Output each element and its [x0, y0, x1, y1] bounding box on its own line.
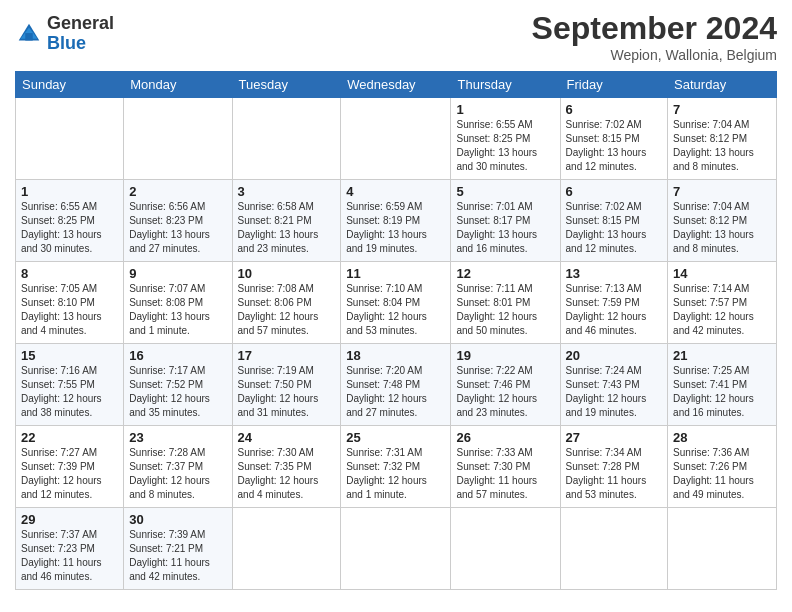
calendar-cell	[451, 508, 560, 590]
calendar-cell: 1Sunrise: 6:55 AMSunset: 8:25 PMDaylight…	[451, 98, 560, 180]
day-number: 19	[456, 348, 554, 363]
calendar-cell	[341, 98, 451, 180]
calendar-cell: 12Sunrise: 7:11 AMSunset: 8:01 PMDayligh…	[451, 262, 560, 344]
logo-icon	[15, 20, 43, 48]
calendar-cell	[232, 508, 341, 590]
calendar-cell: 3Sunrise: 6:58 AMSunset: 8:21 PMDaylight…	[232, 180, 341, 262]
day-number: 1	[456, 102, 554, 117]
day-detail: Sunrise: 7:27 AMSunset: 7:39 PMDaylight:…	[21, 446, 118, 502]
calendar-cell: 14Sunrise: 7:14 AMSunset: 7:57 PMDayligh…	[668, 262, 777, 344]
calendar-cell	[124, 98, 232, 180]
month-title: September 2024	[532, 10, 777, 47]
day-number: 20	[566, 348, 663, 363]
calendar-cell: 28Sunrise: 7:36 AMSunset: 7:26 PMDayligh…	[668, 426, 777, 508]
day-detail: Sunrise: 7:14 AMSunset: 7:57 PMDaylight:…	[673, 282, 771, 338]
col-thursday: Thursday	[451, 72, 560, 98]
col-tuesday: Tuesday	[232, 72, 341, 98]
calendar-cell: 16Sunrise: 7:17 AMSunset: 7:52 PMDayligh…	[124, 344, 232, 426]
day-detail: Sunrise: 7:13 AMSunset: 7:59 PMDaylight:…	[566, 282, 663, 338]
day-detail: Sunrise: 7:20 AMSunset: 7:48 PMDaylight:…	[346, 364, 445, 420]
location: Wepion, Wallonia, Belgium	[532, 47, 777, 63]
svg-rect-2	[25, 33, 32, 40]
day-detail: Sunrise: 7:08 AMSunset: 8:06 PMDaylight:…	[238, 282, 336, 338]
day-number: 7	[673, 102, 771, 117]
day-number: 5	[456, 184, 554, 199]
day-detail: Sunrise: 6:55 AMSunset: 8:25 PMDaylight:…	[456, 118, 554, 174]
day-number: 2	[129, 184, 226, 199]
day-number: 8	[21, 266, 118, 281]
col-sunday: Sunday	[16, 72, 124, 98]
day-number: 28	[673, 430, 771, 445]
day-detail: Sunrise: 7:04 AMSunset: 8:12 PMDaylight:…	[673, 200, 771, 256]
logo-general-text: General	[47, 14, 114, 34]
calendar-cell: 7Sunrise: 7:04 AMSunset: 8:12 PMDaylight…	[668, 180, 777, 262]
day-detail: Sunrise: 7:25 AMSunset: 7:41 PMDaylight:…	[673, 364, 771, 420]
calendar-cell: 21Sunrise: 7:25 AMSunset: 7:41 PMDayligh…	[668, 344, 777, 426]
day-detail: Sunrise: 7:05 AMSunset: 8:10 PMDaylight:…	[21, 282, 118, 338]
day-detail: Sunrise: 7:19 AMSunset: 7:50 PMDaylight:…	[238, 364, 336, 420]
day-number: 11	[346, 266, 445, 281]
calendar-cell: 6Sunrise: 7:02 AMSunset: 8:15 PMDaylight…	[560, 180, 668, 262]
day-number: 6	[566, 102, 663, 117]
day-detail: Sunrise: 7:39 AMSunset: 7:21 PMDaylight:…	[129, 528, 226, 584]
day-number: 14	[673, 266, 771, 281]
day-detail: Sunrise: 6:58 AMSunset: 8:21 PMDaylight:…	[238, 200, 336, 256]
day-number: 9	[129, 266, 226, 281]
calendar-cell: 8Sunrise: 7:05 AMSunset: 8:10 PMDaylight…	[16, 262, 124, 344]
header: General Blue September 2024 Wepion, Wall…	[15, 10, 777, 63]
day-detail: Sunrise: 7:17 AMSunset: 7:52 PMDaylight:…	[129, 364, 226, 420]
day-detail: Sunrise: 7:31 AMSunset: 7:32 PMDaylight:…	[346, 446, 445, 502]
day-detail: Sunrise: 6:56 AMSunset: 8:23 PMDaylight:…	[129, 200, 226, 256]
logo: General Blue	[15, 14, 114, 54]
calendar-cell: 22Sunrise: 7:27 AMSunset: 7:39 PMDayligh…	[16, 426, 124, 508]
day-number: 30	[129, 512, 226, 527]
day-detail: Sunrise: 7:30 AMSunset: 7:35 PMDaylight:…	[238, 446, 336, 502]
calendar-cell: 30Sunrise: 7:39 AMSunset: 7:21 PMDayligh…	[124, 508, 232, 590]
day-number: 27	[566, 430, 663, 445]
day-number: 6	[566, 184, 663, 199]
day-detail: Sunrise: 7:04 AMSunset: 8:12 PMDaylight:…	[673, 118, 771, 174]
day-number: 13	[566, 266, 663, 281]
day-number: 12	[456, 266, 554, 281]
calendar-week-row: 15Sunrise: 7:16 AMSunset: 7:55 PMDayligh…	[16, 344, 777, 426]
day-detail: Sunrise: 6:55 AMSunset: 8:25 PMDaylight:…	[21, 200, 118, 256]
col-monday: Monday	[124, 72, 232, 98]
day-detail: Sunrise: 7:10 AMSunset: 8:04 PMDaylight:…	[346, 282, 445, 338]
day-number: 3	[238, 184, 336, 199]
day-number: 29	[21, 512, 118, 527]
logo-text: General Blue	[47, 14, 114, 54]
calendar-week-row: 8Sunrise: 7:05 AMSunset: 8:10 PMDaylight…	[16, 262, 777, 344]
day-number: 10	[238, 266, 336, 281]
day-detail: Sunrise: 7:22 AMSunset: 7:46 PMDaylight:…	[456, 364, 554, 420]
day-number: 25	[346, 430, 445, 445]
day-detail: Sunrise: 7:34 AMSunset: 7:28 PMDaylight:…	[566, 446, 663, 502]
calendar-cell: 24Sunrise: 7:30 AMSunset: 7:35 PMDayligh…	[232, 426, 341, 508]
calendar-cell: 9Sunrise: 7:07 AMSunset: 8:08 PMDaylight…	[124, 262, 232, 344]
day-detail: Sunrise: 7:36 AMSunset: 7:26 PMDaylight:…	[673, 446, 771, 502]
calendar-cell: 29Sunrise: 7:37 AMSunset: 7:23 PMDayligh…	[16, 508, 124, 590]
day-detail: Sunrise: 7:24 AMSunset: 7:43 PMDaylight:…	[566, 364, 663, 420]
day-detail: Sunrise: 6:59 AMSunset: 8:19 PMDaylight:…	[346, 200, 445, 256]
col-friday: Friday	[560, 72, 668, 98]
calendar-cell	[341, 508, 451, 590]
day-number: 18	[346, 348, 445, 363]
calendar-cell: 4Sunrise: 6:59 AMSunset: 8:19 PMDaylight…	[341, 180, 451, 262]
day-detail: Sunrise: 7:11 AMSunset: 8:01 PMDaylight:…	[456, 282, 554, 338]
day-detail: Sunrise: 7:37 AMSunset: 7:23 PMDaylight:…	[21, 528, 118, 584]
calendar-cell: 27Sunrise: 7:34 AMSunset: 7:28 PMDayligh…	[560, 426, 668, 508]
day-detail: Sunrise: 7:01 AMSunset: 8:17 PMDaylight:…	[456, 200, 554, 256]
calendar-week-row: 22Sunrise: 7:27 AMSunset: 7:39 PMDayligh…	[16, 426, 777, 508]
day-number: 22	[21, 430, 118, 445]
day-number: 26	[456, 430, 554, 445]
calendar-cell	[560, 508, 668, 590]
calendar-cell: 18Sunrise: 7:20 AMSunset: 7:48 PMDayligh…	[341, 344, 451, 426]
title-block: September 2024 Wepion, Wallonia, Belgium	[532, 10, 777, 63]
day-number: 17	[238, 348, 336, 363]
calendar-cell: 15Sunrise: 7:16 AMSunset: 7:55 PMDayligh…	[16, 344, 124, 426]
calendar-cell: 25Sunrise: 7:31 AMSunset: 7:32 PMDayligh…	[341, 426, 451, 508]
col-saturday: Saturday	[668, 72, 777, 98]
day-number: 24	[238, 430, 336, 445]
day-number: 1	[21, 184, 118, 199]
page-container: General Blue September 2024 Wepion, Wall…	[0, 0, 792, 600]
day-number: 21	[673, 348, 771, 363]
